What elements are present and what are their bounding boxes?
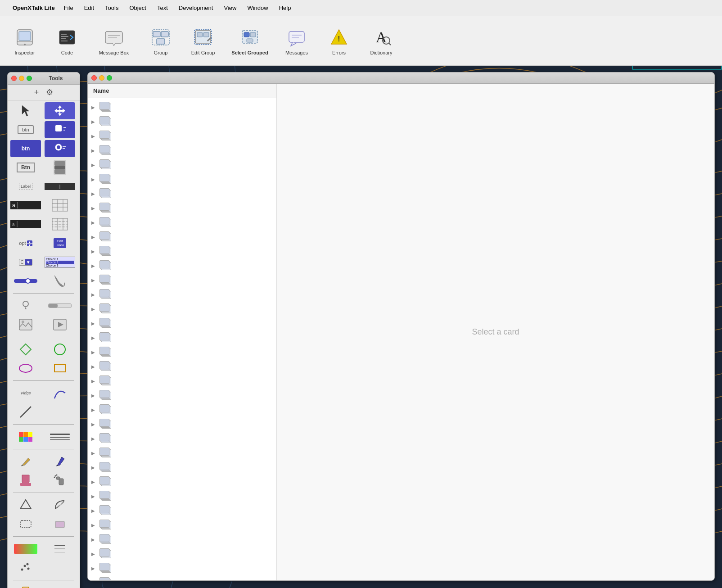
menu-object[interactable]: Object — [127, 4, 148, 12]
menu-development[interactable]: Development — [177, 4, 215, 12]
gradient-tool[interactable] — [10, 540, 41, 557]
toolbar-errors[interactable]: ! Errors — [319, 21, 359, 61]
card-list-item[interactable]: ▶ — [88, 388, 276, 403]
main-minimize-button[interactable] — [99, 75, 104, 81]
menu-edit[interactable]: Edit — [82, 4, 96, 12]
card-list-item[interactable]: ▶ — [88, 244, 276, 258]
card-list-item[interactable]: ▶ — [88, 475, 276, 489]
spray-tool[interactable] — [45, 472, 75, 489]
card-list-item[interactable]: ▶ — [88, 374, 276, 388]
toolbar-select-grouped[interactable]: Select Grouped — [225, 21, 275, 61]
card-list-item[interactable]: ▶ — [88, 417, 276, 431]
card-list-item[interactable]: ▶ — [88, 503, 276, 518]
listbox-tool[interactable]: Choice 1 Choice 2 Choice 3 — [45, 253, 75, 271]
main-close-button[interactable] — [91, 75, 97, 81]
lines-pattern-tool[interactable] — [45, 540, 75, 557]
circle-shape-tool[interactable] — [45, 341, 75, 358]
card-list-item[interactable]: ▶ — [88, 489, 276, 503]
toolbar-group[interactable]: Group — [140, 21, 181, 61]
menu-window[interactable]: Window — [245, 4, 270, 12]
card-list-item[interactable]: ▶ — [88, 330, 276, 345]
menu-tools[interactable]: Tools — [103, 4, 120, 12]
pen-tool[interactable] — [45, 453, 75, 470]
scatter-tool[interactable] — [10, 559, 41, 576]
rect-shape-tool[interactable] — [45, 360, 75, 377]
gem-tool[interactable] — [10, 584, 41, 588]
main-maximize-button[interactable] — [107, 75, 112, 81]
menu-help[interactable]: Help — [277, 4, 293, 12]
curve-tool[interactable] — [45, 384, 75, 402]
button-filled-tool[interactable]: btn — [10, 140, 41, 157]
fill-tool[interactable] — [10, 472, 41, 489]
move-tool[interactable] — [45, 102, 75, 119]
radio-tool[interactable] — [45, 140, 75, 157]
toolbar-edit-group[interactable]: Edit Group — [183, 21, 223, 61]
card-list-item[interactable]: ▶ — [88, 460, 276, 475]
scrollbar-tool[interactable] — [45, 159, 75, 176]
card-list-item[interactable]: ▶ — [88, 547, 276, 561]
pencil-tool[interactable] — [10, 453, 41, 470]
card-list-item[interactable]: ▶ — [88, 258, 276, 273]
card-list-panel[interactable]: Name ▶ ▶ ▶ ▶ ▶ — [88, 84, 277, 580]
combobox-tool[interactable]: C ▼ — [10, 253, 41, 271]
field-dark-tool[interactable]: a — [10, 216, 41, 233]
progress-bar-tool[interactable] — [45, 297, 75, 314]
toolbar-dictionary[interactable]: A Dictionary — [361, 21, 402, 61]
card-list-item[interactable]: ▶ — [88, 316, 276, 330]
card-list-item[interactable]: ▶ — [88, 446, 276, 460]
card-list-item[interactable]: ▶ — [88, 158, 276, 172]
card-list-item[interactable]: ▶ — [88, 532, 276, 547]
minimize-button[interactable] — [19, 76, 24, 81]
app-name[interactable]: OpenXTalk Lite — [13, 5, 55, 11]
scroll-area-tool[interactable] — [10, 297, 41, 314]
card-list-item[interactable]: ▶ — [88, 403, 276, 417]
text-field-tool[interactable]: a — [10, 197, 41, 214]
data-grid-tool[interactable] — [45, 216, 75, 233]
table-tool[interactable] — [45, 197, 75, 214]
card-list-item[interactable]: ▶ — [88, 201, 276, 215]
slider-tool[interactable] — [10, 272, 41, 289]
toolbar-code[interactable]: Code — [47, 21, 87, 61]
card-list-item[interactable]: ▶ — [88, 215, 276, 230]
checkbox-tool[interactable] — [45, 121, 75, 138]
player-tool[interactable] — [45, 316, 75, 333]
arc-tool[interactable] — [45, 497, 75, 514]
settings-tool-button[interactable]: ⚙ — [46, 87, 53, 97]
card-list-item[interactable]: ▶ — [88, 518, 276, 532]
menu-text[interactable]: Text — [155, 4, 170, 12]
close-button[interactable] — [11, 76, 17, 81]
card-list-item[interactable]: ▶ — [88, 129, 276, 143]
toolbar-message-box[interactable]: Message Box — [89, 21, 139, 61]
card-list-item[interactable]: ▶ — [88, 431, 276, 446]
polygon-tool[interactable] — [10, 497, 41, 514]
widget-tool[interactable]: Vidge — [10, 384, 41, 402]
button-border-tool[interactable]: Btn — [10, 159, 41, 176]
card-list-item[interactable]: ▶ — [88, 100, 276, 114]
add-tool-button[interactable]: + — [34, 87, 39, 97]
text-field-dark-tool[interactable]: | — [45, 178, 75, 195]
oval-shape-tool[interactable] — [10, 360, 41, 377]
toolbar-messages[interactable]: Messages — [276, 21, 317, 61]
lasso-tool[interactable] — [10, 516, 41, 533]
diamond-shape-tool[interactable] — [10, 341, 41, 358]
menu-file[interactable]: File — [62, 4, 75, 12]
line-tool[interactable] — [10, 403, 41, 421]
card-list-item[interactable]: ▶ — [88, 561, 276, 575]
card-list-item[interactable]: ▶ — [88, 575, 276, 580]
card-list-item[interactable]: ▶ — [88, 359, 276, 374]
toolbar-inspector[interactable]: Inspector — [5, 21, 45, 61]
card-list-item[interactable]: ▶ — [88, 114, 276, 129]
card-list-item[interactable]: ▶ — [88, 273, 276, 287]
card-list-item[interactable]: ▶ — [88, 143, 276, 158]
pointer-tool[interactable] — [10, 102, 41, 119]
button-outline-tool[interactable]: btn — [10, 121, 41, 138]
card-list-item[interactable]: ▶ — [88, 186, 276, 201]
brush-tool[interactable] — [45, 272, 75, 289]
maximize-button[interactable] — [27, 76, 32, 81]
button-with-menu-tool[interactable]: EditUndo — [45, 235, 75, 252]
label-tool[interactable]: Label — [10, 178, 41, 195]
spinner-tool[interactable]: opt ▲ ▼ — [10, 235, 41, 252]
card-list-item[interactable]: ▶ — [88, 172, 276, 186]
card-list-item[interactable]: ▶ — [88, 302, 276, 316]
lines-tool[interactable] — [45, 428, 75, 445]
